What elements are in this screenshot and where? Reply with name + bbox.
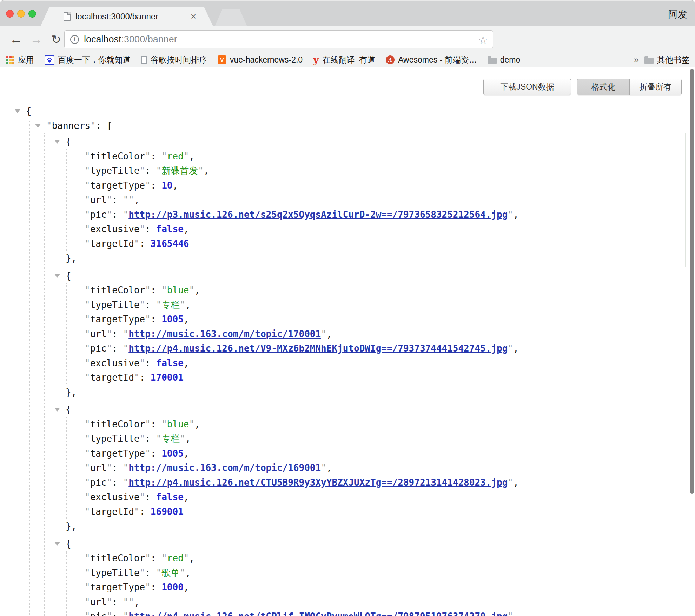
window-minimize-button[interactable] — [17, 10, 25, 18]
collapse-toggle-icon[interactable] — [54, 274, 60, 278]
json-key: targetId — [90, 372, 134, 383]
json-string-value: 新碟首发 — [161, 165, 198, 176]
json-token: { — [26, 106, 32, 116]
json-line: "typeTitle": "歌单", — [67, 566, 685, 581]
json-key: targetType — [90, 448, 145, 459]
bookmark-youdao[interactable]: y 在线翻译_有道 — [313, 54, 375, 65]
address-bar[interactable]: i localhost:3000/banner ☆ — [64, 30, 493, 48]
url-path: :3000/banner — [121, 34, 177, 45]
collapse-toggle-icon[interactable] — [54, 542, 60, 546]
json-token: " — [85, 597, 90, 607]
json-token: " — [85, 568, 90, 578]
json-line: "targetId": 3165446 — [67, 237, 685, 251]
json-token: " — [156, 433, 162, 444]
json-string-value: 专栏 — [161, 300, 180, 310]
bookmark-awesomes[interactable]: A Awesomes - 前端资… — [386, 54, 477, 65]
collapse-toggle-icon[interactable] — [54, 408, 60, 412]
json-url-link[interactable]: http://music.163.com/m/topic/170001 — [128, 329, 321, 339]
json-token: , — [184, 358, 189, 368]
bookmark-star-icon[interactable]: ☆ — [478, 34, 488, 47]
back-button[interactable]: ← — [7, 26, 25, 53]
bookmark-baidu[interactable]: 百度一下，你就知道 — [45, 54, 131, 65]
json-token: , — [184, 224, 189, 234]
json-literal-value: 169001 — [151, 506, 184, 517]
json-url-link[interactable]: http://p3.music.126.net/s25q2x5QyqsAzilC… — [128, 209, 508, 220]
json-key: exclusive — [90, 358, 140, 368]
json-line: "targetId": 169001 — [67, 505, 685, 519]
json-line: "exclusive": false, — [67, 222, 685, 237]
json-token: " — [85, 582, 90, 592]
json-token: " — [123, 611, 129, 616]
bookmark-folder-demo[interactable]: demo — [488, 55, 521, 65]
window-close-button[interactable] — [6, 10, 14, 18]
traffic-lights — [6, 10, 36, 18]
json-line: "targetType": 10, — [67, 178, 685, 193]
youdao-y-icon: y — [313, 56, 319, 64]
bookmark-google-sort[interactable]: 谷歌按时间排序 — [141, 54, 207, 65]
json-token: : — [145, 492, 156, 502]
json-token: : — [151, 151, 161, 162]
json-token: " — [85, 195, 90, 205]
json-token: : — [112, 209, 123, 220]
json-object: {"titleColor": "blue","typeTitle": "专栏",… — [52, 267, 686, 401]
json-token: : — [112, 195, 123, 205]
json-url-link[interactable]: http://p4.music.126.net/V9-MXz6b2MNhEKju… — [128, 343, 508, 354]
json-token: : — [151, 419, 161, 430]
bookmark-vue-hackernews[interactable]: V vue-hackernews-2.0 — [218, 55, 303, 65]
json-string-value: 专栏 — [161, 433, 180, 444]
awesomes-a-icon: A — [386, 55, 395, 64]
bookmarks-overflow-icon[interactable]: » — [634, 54, 639, 65]
new-tab-button[interactable] — [215, 9, 247, 26]
bookmark-apps[interactable]: 应用 — [6, 54, 34, 65]
profile-name[interactable]: 阿发 — [668, 8, 687, 21]
json-url-link[interactable]: http://p4.music.126.net/CTU5B9R9y3XyYBZX… — [128, 477, 508, 488]
json-token: " — [85, 300, 90, 310]
collapse-toggle-icon[interactable] — [54, 140, 60, 144]
json-token: " — [140, 224, 145, 234]
json-key: banners — [52, 120, 91, 131]
json-token: " — [145, 180, 151, 191]
json-token: " — [145, 553, 151, 563]
json-literal-value: 1005 — [161, 448, 184, 459]
json-line: "exclusive": false, — [67, 490, 685, 505]
json-token: : — [112, 463, 123, 473]
json-token: " — [156, 568, 162, 578]
vertical-scrollbar-thumb[interactable] — [690, 69, 694, 494]
json-token: , — [184, 582, 189, 592]
json-url-link[interactable]: http://p4.music.126.net/tGPljf-IMOCyPvum… — [128, 611, 508, 616]
json-token: " — [134, 506, 140, 517]
json-token: , — [194, 419, 200, 430]
json-line: "url": "http://music.163.com/m/topic/170… — [67, 327, 685, 342]
json-literal-value: 170001 — [151, 372, 184, 383]
json-token: " — [508, 477, 513, 488]
json-string-value: red — [167, 553, 184, 563]
other-bookmarks-folder[interactable]: 其他书签 — [644, 54, 689, 65]
json-token: " — [85, 372, 90, 383]
json-string-value: blue — [167, 419, 189, 430]
json-line: { — [0, 104, 695, 119]
tab-close-icon[interactable]: × — [191, 11, 196, 22]
json-token: : — [151, 553, 161, 563]
json-key: pic — [90, 343, 107, 354]
json-key: titleColor — [90, 553, 145, 563]
json-token: " — [140, 300, 145, 310]
json-url-link[interactable]: http://music.163.com/m/topic/169001 — [128, 463, 321, 473]
json-token: " — [134, 372, 140, 383]
window-zoom-button[interactable] — [28, 10, 36, 18]
browser-tab[interactable]: localhost:3000/banner × — [40, 7, 213, 26]
collapse-toggle-icon[interactable] — [15, 109, 20, 113]
json-token: : — [145, 358, 156, 368]
json-key: pic — [90, 209, 107, 220]
json-token: " — [85, 180, 90, 191]
json-token: { — [66, 270, 71, 281]
json-token: " — [46, 120, 52, 131]
collapse-toggle-icon[interactable] — [35, 124, 41, 128]
json-token: " — [140, 568, 145, 578]
json-token: " — [184, 553, 189, 563]
json-token: : — [151, 285, 161, 295]
json-token: " — [156, 300, 162, 310]
json-token: " — [128, 597, 134, 607]
json-token: , — [184, 314, 189, 325]
reload-button[interactable]: ↻ — [47, 26, 65, 53]
page-info-icon[interactable]: i — [70, 35, 79, 44]
